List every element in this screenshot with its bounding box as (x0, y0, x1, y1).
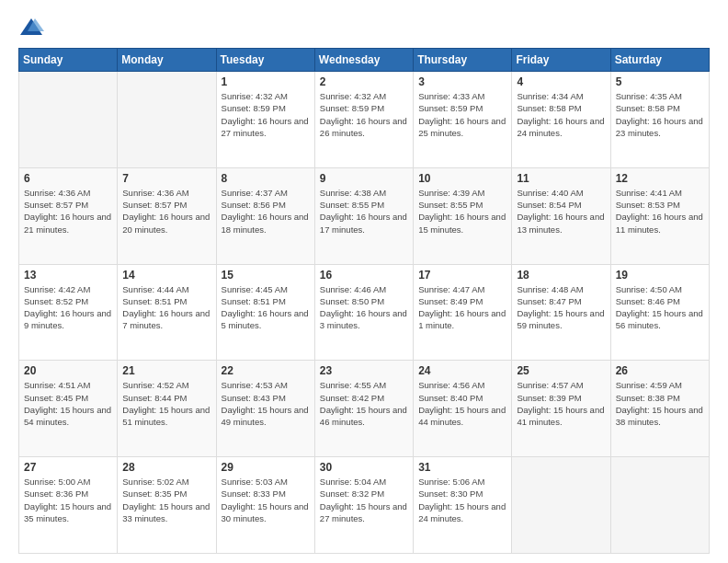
day-info: Sunrise: 4:40 AMSunset: 8:54 PMDaylight:… (517, 187, 605, 236)
calendar-cell: 21Sunrise: 4:52 AMSunset: 8:44 PMDayligh… (118, 361, 216, 457)
day-number: 2 (320, 75, 408, 88)
calendar-cell: 19Sunrise: 4:50 AMSunset: 8:46 PMDayligh… (610, 264, 709, 361)
day-number: 1 (222, 75, 310, 88)
calendar-cell: 24Sunrise: 4:56 AMSunset: 8:40 PMDayligh… (414, 361, 512, 457)
day-number: 22 (222, 364, 310, 377)
calendar-cell: 22Sunrise: 4:53 AMSunset: 8:43 PMDayligh… (216, 361, 314, 457)
day-info: Sunrise: 4:41 AMSunset: 8:53 PMDaylight:… (616, 187, 704, 236)
calendar-cell: 7Sunrise: 4:36 AMSunset: 8:57 PMDaylight… (118, 167, 216, 264)
day-number: 19 (616, 269, 704, 282)
day-number: 17 (418, 269, 506, 282)
day-info: Sunrise: 4:32 AMSunset: 8:59 PMDaylight:… (222, 90, 310, 139)
day-info: Sunrise: 4:32 AMSunset: 8:59 PMDaylight:… (320, 90, 408, 139)
day-info: Sunrise: 4:51 AMSunset: 8:45 PMDaylight:… (24, 379, 112, 428)
day-info: Sunrise: 5:03 AMSunset: 8:33 PMDaylight:… (222, 476, 310, 524)
calendar-week-row: 20Sunrise: 4:51 AMSunset: 8:45 PMDayligh… (19, 361, 710, 457)
calendar-week-row: 13Sunrise: 4:42 AMSunset: 8:52 PMDayligh… (19, 264, 710, 361)
calendar-week-row: 6Sunrise: 4:36 AMSunset: 8:57 PMDaylight… (19, 167, 710, 264)
day-number: 31 (418, 461, 506, 474)
day-number: 25 (517, 364, 605, 377)
day-info: Sunrise: 4:55 AMSunset: 8:42 PMDaylight:… (320, 379, 408, 428)
day-info: Sunrise: 4:37 AMSunset: 8:56 PMDaylight:… (222, 187, 310, 236)
calendar-cell: 30Sunrise: 5:04 AMSunset: 8:32 PMDayligh… (314, 457, 413, 554)
day-info: Sunrise: 4:38 AMSunset: 8:55 PMDaylight:… (320, 187, 408, 236)
weekday-header: Thursday (414, 49, 512, 72)
day-number: 12 (616, 172, 704, 185)
day-number: 20 (24, 364, 112, 377)
day-number: 14 (122, 269, 210, 282)
day-info: Sunrise: 4:53 AMSunset: 8:43 PMDaylight:… (222, 379, 310, 428)
day-number: 21 (122, 364, 210, 377)
day-number: 30 (320, 461, 408, 474)
calendar-cell (118, 72, 216, 168)
day-info: Sunrise: 4:34 AMSunset: 8:58 PMDaylight:… (517, 90, 605, 139)
day-info: Sunrise: 4:42 AMSunset: 8:52 PMDaylight:… (24, 283, 112, 332)
calendar-cell: 29Sunrise: 5:03 AMSunset: 8:33 PMDayligh… (216, 457, 314, 554)
day-info: Sunrise: 4:50 AMSunset: 8:46 PMDaylight:… (616, 283, 704, 332)
calendar-cell: 9Sunrise: 4:38 AMSunset: 8:55 PMDaylight… (314, 167, 413, 264)
header (18, 15, 710, 40)
weekday-header: Sunday (19, 49, 118, 72)
day-info: Sunrise: 4:57 AMSunset: 8:39 PMDaylight:… (517, 379, 605, 428)
calendar-header-row: SundayMondayTuesdayWednesdayThursdayFrid… (19, 49, 710, 72)
day-info: Sunrise: 5:06 AMSunset: 8:30 PMDaylight:… (418, 476, 506, 524)
day-number: 28 (122, 461, 210, 474)
calendar-cell: 3Sunrise: 4:33 AMSunset: 8:59 PMDaylight… (414, 72, 512, 168)
calendar-cell: 23Sunrise: 4:55 AMSunset: 8:42 PMDayligh… (314, 361, 413, 457)
calendar-cell (610, 457, 709, 554)
calendar-cell: 6Sunrise: 4:36 AMSunset: 8:57 PMDaylight… (19, 167, 118, 264)
day-number: 16 (320, 269, 408, 282)
weekday-header: Tuesday (216, 49, 314, 72)
calendar-cell: 10Sunrise: 4:39 AMSunset: 8:55 PMDayligh… (414, 167, 512, 264)
calendar-cell (512, 457, 610, 554)
calendar-cell: 5Sunrise: 4:35 AMSunset: 8:58 PMDaylight… (610, 72, 709, 168)
weekday-header: Monday (118, 49, 216, 72)
calendar-cell (19, 72, 118, 168)
day-number: 15 (222, 269, 310, 282)
day-number: 23 (320, 364, 408, 377)
day-number: 7 (122, 172, 210, 185)
day-info: Sunrise: 4:39 AMSunset: 8:55 PMDaylight:… (418, 187, 506, 236)
day-info: Sunrise: 4:48 AMSunset: 8:47 PMDaylight:… (517, 283, 605, 332)
day-number: 11 (517, 172, 605, 185)
day-info: Sunrise: 4:56 AMSunset: 8:40 PMDaylight:… (418, 379, 506, 428)
calendar-cell: 20Sunrise: 4:51 AMSunset: 8:45 PMDayligh… (19, 361, 118, 457)
day-number: 27 (24, 461, 112, 474)
calendar-cell: 27Sunrise: 5:00 AMSunset: 8:36 PMDayligh… (19, 457, 118, 554)
calendar-cell: 28Sunrise: 5:02 AMSunset: 8:35 PMDayligh… (118, 457, 216, 554)
calendar-cell: 11Sunrise: 4:40 AMSunset: 8:54 PMDayligh… (512, 167, 610, 264)
calendar-cell: 15Sunrise: 4:45 AMSunset: 8:51 PMDayligh… (216, 264, 314, 361)
calendar-cell: 17Sunrise: 4:47 AMSunset: 8:49 PMDayligh… (414, 264, 512, 361)
day-info: Sunrise: 4:36 AMSunset: 8:57 PMDaylight:… (24, 187, 112, 236)
day-info: Sunrise: 5:00 AMSunset: 8:36 PMDaylight:… (24, 476, 112, 524)
day-number: 26 (616, 364, 704, 377)
day-info: Sunrise: 4:33 AMSunset: 8:59 PMDaylight:… (418, 90, 506, 139)
logo-icon (18, 15, 44, 40)
calendar-cell: 4Sunrise: 4:34 AMSunset: 8:58 PMDaylight… (512, 72, 610, 168)
calendar-cell: 14Sunrise: 4:44 AMSunset: 8:51 PMDayligh… (118, 264, 216, 361)
day-number: 10 (418, 172, 506, 185)
day-info: Sunrise: 4:45 AMSunset: 8:51 PMDaylight:… (222, 283, 310, 332)
weekday-header: Friday (512, 49, 610, 72)
weekday-header: Saturday (610, 49, 709, 72)
calendar-cell: 25Sunrise: 4:57 AMSunset: 8:39 PMDayligh… (512, 361, 610, 457)
day-number: 29 (222, 461, 310, 474)
day-number: 5 (616, 75, 704, 88)
day-info: Sunrise: 4:35 AMSunset: 8:58 PMDaylight:… (616, 90, 704, 139)
calendar-cell: 31Sunrise: 5:06 AMSunset: 8:30 PMDayligh… (414, 457, 512, 554)
page: SundayMondayTuesdayWednesdayThursdayFrid… (0, 0, 728, 563)
calendar-table: SundayMondayTuesdayWednesdayThursdayFrid… (18, 48, 710, 554)
day-info: Sunrise: 4:47 AMSunset: 8:49 PMDaylight:… (418, 283, 506, 332)
calendar-cell: 12Sunrise: 4:41 AMSunset: 8:53 PMDayligh… (610, 167, 709, 264)
logo (18, 15, 48, 40)
calendar-cell: 8Sunrise: 4:37 AMSunset: 8:56 PMDaylight… (216, 167, 314, 264)
day-info: Sunrise: 4:52 AMSunset: 8:44 PMDaylight:… (122, 379, 210, 428)
calendar-week-row: 27Sunrise: 5:00 AMSunset: 8:36 PMDayligh… (19, 457, 710, 554)
day-info: Sunrise: 4:46 AMSunset: 8:50 PMDaylight:… (320, 283, 408, 332)
day-info: Sunrise: 4:59 AMSunset: 8:38 PMDaylight:… (616, 379, 704, 428)
day-number: 9 (320, 172, 408, 185)
day-number: 3 (418, 75, 506, 88)
day-info: Sunrise: 4:36 AMSunset: 8:57 PMDaylight:… (122, 187, 210, 236)
day-number: 24 (418, 364, 506, 377)
calendar-cell: 26Sunrise: 4:59 AMSunset: 8:38 PMDayligh… (610, 361, 709, 457)
